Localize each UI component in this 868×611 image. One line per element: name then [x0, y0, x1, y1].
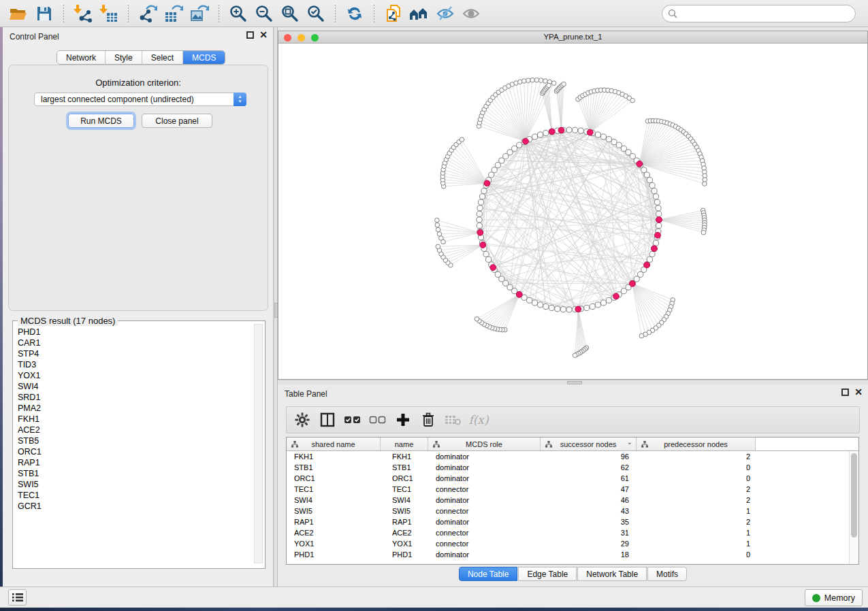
table-cell[interactable]: FKH1: [381, 451, 428, 462]
leaf-node[interactable]: [562, 82, 566, 86]
export-table-button[interactable]: [162, 3, 185, 24]
close-panel-button[interactable]: Close panel: [142, 114, 212, 128]
table-cell[interactable]: SWI4: [287, 495, 381, 506]
mcds-node[interactable]: [652, 246, 658, 252]
table-cell[interactable]: connector: [428, 506, 541, 516]
table-row[interactable]: YOX1YOX1connector291: [287, 538, 849, 549]
leaf-node[interactable]: [639, 333, 644, 338]
ring-node[interactable]: [489, 172, 494, 178]
add-column-button[interactable]: [393, 410, 413, 430]
mcds-node[interactable]: [480, 242, 486, 248]
leaf-node[interactable]: [436, 244, 440, 249]
mcds-result-item[interactable]: ORC1: [16, 446, 251, 457]
leaf-node[interactable]: [436, 227, 440, 232]
mcds-result-item[interactable]: YOX1: [16, 370, 251, 381]
table-cell[interactable]: 18: [541, 549, 637, 560]
mcds-result-item[interactable]: PMA2: [16, 403, 251, 414]
table-cell[interactable]: 1: [637, 527, 756, 538]
ring-node[interactable]: [656, 205, 661, 211]
leaf-node[interactable]: [530, 78, 535, 82]
table-cell[interactable]: 2: [637, 516, 756, 527]
ring-node[interactable]: [649, 251, 655, 257]
ring-node[interactable]: [595, 302, 600, 308]
table-cell[interactable]: 0: [637, 462, 756, 473]
open-button[interactable]: [7, 3, 30, 24]
ring-node[interactable]: [616, 142, 622, 148]
criterion-dropdown[interactable]: largest connected component (undirected)…: [34, 93, 246, 106]
mcds-result-item[interactable]: CAR1: [16, 337, 251, 348]
hide-selected-button[interactable]: [434, 3, 457, 24]
ring-node[interactable]: [532, 300, 537, 306]
ring-node[interactable]: [641, 167, 647, 173]
show-column-panel-button[interactable]: [317, 410, 338, 430]
mcds-node[interactable]: [549, 129, 555, 135]
first-neighbors-button[interactable]: [408, 3, 431, 24]
mcds-result-item[interactable]: TEC1: [16, 490, 251, 501]
table-cell[interactable]: FKH1: [287, 451, 381, 462]
column-header-MCDS-role[interactable]: MCDS role: [428, 437, 541, 450]
table-cell[interactable]: 1: [637, 538, 756, 549]
ring-node[interactable]: [584, 305, 590, 310]
table-cell[interactable]: SWI5: [287, 506, 381, 516]
export-image-button[interactable]: [188, 3, 211, 24]
table-cell[interactable]: connector: [428, 484, 541, 495]
table-cell[interactable]: 31: [541, 527, 637, 538]
ring-node[interactable]: [578, 128, 583, 133]
ring-node[interactable]: [573, 127, 578, 133]
mcds-list-scrollbar[interactable]: [254, 324, 263, 563]
ring-node[interactable]: [543, 130, 549, 135]
table-cell[interactable]: YOX1: [287, 538, 381, 549]
float-window-icon[interactable]: [841, 389, 849, 396]
table-cell[interactable]: SWI4: [381, 495, 428, 506]
table-cell[interactable]: dominator: [428, 516, 541, 527]
table-row[interactable]: SWI5SWI5connector431: [287, 506, 849, 516]
ring-node[interactable]: [495, 271, 500, 277]
ring-node[interactable]: [606, 137, 611, 142]
table-cell[interactable]: SWI5: [381, 506, 428, 516]
mcds-result-item[interactable]: STB1: [16, 468, 251, 479]
ring-node[interactable]: [483, 251, 489, 257]
import-table-from-file-button[interactable]: [97, 3, 120, 24]
leaf-node[interactable]: [437, 232, 442, 237]
leaf-node[interactable]: [630, 98, 635, 103]
mcds-node[interactable]: [655, 232, 661, 238]
save-button[interactable]: [33, 3, 56, 24]
network-canvas[interactable]: [278, 44, 867, 379]
close-panel-icon[interactable]: ✕: [259, 31, 268, 39]
ring-node[interactable]: [611, 139, 617, 145]
table-row[interactable]: ACE2ACE2connector311: [287, 527, 849, 538]
table-cell[interactable]: ORC1: [287, 473, 381, 484]
ring-node[interactable]: [477, 217, 482, 222]
ring-node[interactable]: [538, 302, 543, 308]
leaf-node[interactable]: [551, 81, 556, 86]
table-cell[interactable]: 47: [541, 484, 637, 495]
table-row[interactable]: RAP1RAP1dominator352: [287, 516, 849, 527]
ring-node[interactable]: [477, 211, 482, 216]
mcds-result-item[interactable]: ACE2: [16, 425, 251, 435]
ring-node[interactable]: [653, 240, 658, 246]
mcds-result-item[interactable]: FKH1: [16, 414, 251, 425]
mcds-result-item[interactable]: SRD1: [16, 392, 251, 403]
mcds-result-item[interactable]: PHD1: [16, 327, 251, 337]
delete-table-button[interactable]: [443, 410, 464, 430]
ring-node[interactable]: [478, 199, 483, 205]
ring-node[interactable]: [600, 134, 606, 139]
ring-node[interactable]: [486, 257, 492, 262]
ring-node[interactable]: [595, 132, 600, 137]
mcds-node[interactable]: [523, 138, 529, 144]
table-cell[interactable]: dominator: [428, 451, 541, 462]
leaf-node[interactable]: [518, 80, 523, 84]
mcds-node[interactable]: [477, 229, 483, 235]
ring-node[interactable]: [555, 306, 560, 312]
mcds-result-item[interactable]: SWI5: [16, 479, 251, 490]
table-cell[interactable]: 62: [541, 462, 637, 473]
table-cell[interactable]: ACE2: [381, 527, 428, 538]
table-cell[interactable]: dominator: [428, 549, 541, 560]
fit-content-button[interactable]: [278, 3, 302, 24]
table-cell[interactable]: 2: [637, 495, 756, 506]
table-row[interactable]: STB1STB1dominator620: [287, 462, 849, 473]
table-cell[interactable]: connector: [428, 538, 541, 549]
column-header-name[interactable]: name: [381, 437, 428, 450]
ring-node[interactable]: [606, 297, 611, 303]
table-cell[interactable]: TEC1: [287, 484, 381, 495]
